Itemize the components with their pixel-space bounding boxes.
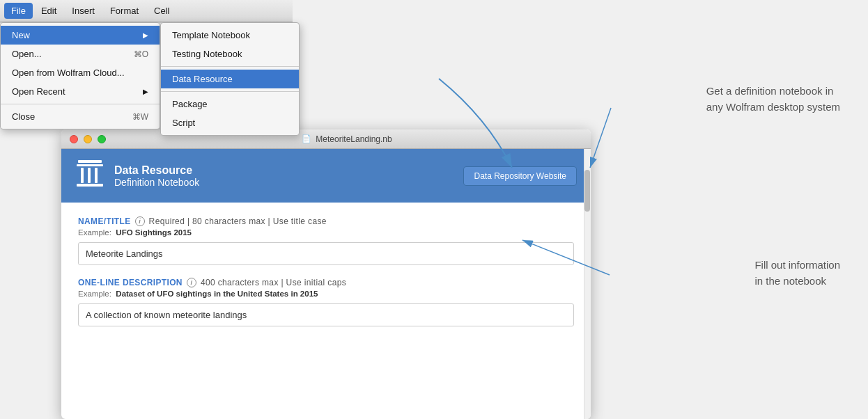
menubar: File Edit Insert Format Cell — [0, 0, 293, 22]
new-submenu: Template Notebook Testing Notebook Data … — [160, 22, 300, 136]
name-title-example-value: UFO Sightings 2015 — [116, 228, 192, 237]
close-button[interactable] — [70, 135, 78, 143]
scrollbar[interactable] — [584, 149, 591, 419]
description-info-icon[interactable]: i — [187, 278, 196, 287]
svg-rect-2 — [81, 168, 84, 183]
notebook-content: NAME/TITLE i Required | 80 characters ma… — [61, 203, 591, 353]
submenu-testing[interactable]: Testing Notebook — [161, 45, 299, 63]
name-title-meta: Required | 80 characters max | Use title… — [149, 216, 327, 226]
file-dropdown: New ▶ Open... ⌘O Open from Wolfram Cloud… — [0, 22, 160, 129]
notebook-window: 📄 MeteoriteLanding.nb Data Resource Defi… — [61, 129, 591, 419]
menu-cell[interactable]: Cell — [147, 3, 176, 19]
menu-insert[interactable]: Insert — [65, 3, 102, 19]
submenu-data-resource[interactable]: Data Resource — [161, 70, 299, 88]
annotation-top-right: Get a definition notebook inany Wolfram … — [706, 84, 840, 115]
submenu-template[interactable]: Template Notebook — [161, 26, 299, 45]
svg-rect-5 — [77, 184, 103, 187]
svg-rect-4 — [95, 168, 98, 183]
notebook-sub-title: Definition Notebook — [114, 177, 199, 188]
submenu-package[interactable]: Package — [161, 95, 299, 113]
dropdown-sep — [1, 104, 160, 104]
svg-rect-0 — [78, 160, 102, 163]
name-title-label: NAME/TITLE i Required | 80 characters ma… — [78, 216, 574, 226]
dropdown-open-recent[interactable]: Open Recent ▶ — [1, 82, 160, 101]
notebook-header: Data Resource Definition Notebook Data R… — [61, 149, 591, 203]
description-label: ONE-LINE DESCRIPTION i 400 characters ma… — [78, 278, 574, 287]
svg-line-9 — [590, 108, 611, 168]
dropdown-open-cloud[interactable]: Open from Wolfram Cloud... — [1, 63, 160, 82]
description-example-value: Dataset of UFO sightings in the United S… — [116, 290, 318, 298]
scrollbar-thumb[interactable] — [584, 170, 590, 212]
dropdown-close[interactable]: Close ⌘W — [1, 107, 160, 126]
notebook-header-title: Data Resource Definition Notebook — [114, 164, 199, 188]
notebook-file-icon: 📄 — [302, 134, 311, 143]
description-meta: 400 characters max | Use initial caps — [201, 278, 346, 287]
notebook-titlebar: 📄 MeteoriteLanding.nb — [61, 129, 591, 149]
wolfram-icon — [75, 159, 104, 193]
name-title-input[interactable] — [78, 242, 574, 265]
notebook-main-title: Data Resource — [114, 164, 199, 177]
submenu-sep — [161, 66, 299, 67]
minimize-button[interactable] — [84, 135, 92, 143]
new-submenu-arrow: ▶ — [143, 31, 148, 39]
name-title-example: Example: UFO Sightings 2015 — [78, 228, 574, 237]
notebook-header-left: Data Resource Definition Notebook — [75, 159, 199, 193]
svg-rect-3 — [88, 168, 91, 183]
notebook-filename: MeteoriteLanding.nb — [316, 134, 392, 144]
recent-submenu-arrow: ▶ — [143, 88, 148, 95]
maximize-button[interactable] — [98, 135, 106, 143]
menu-format[interactable]: Format — [103, 3, 146, 19]
description-section: ONE-LINE DESCRIPTION i 400 characters ma… — [78, 278, 574, 326]
name-title-info-icon[interactable]: i — [135, 216, 145, 226]
svg-rect-1 — [77, 164, 103, 166]
description-input[interactable] — [78, 303, 574, 326]
dropdown-new[interactable]: New ▶ — [1, 26, 160, 45]
menubar-container: File Edit Insert Format Cell New ▶ Open.… — [0, 0, 293, 23]
name-title-section: NAME/TITLE i Required | 80 characters ma… — [78, 216, 574, 265]
submenu-script[interactable]: Script — [161, 113, 299, 132]
data-repository-button[interactable]: Data Repository Website — [463, 166, 577, 186]
description-example: Example: Dataset of UFO sightings in the… — [78, 290, 574, 298]
annotation-bottom-right: Fill out informationin the notebook — [754, 258, 840, 289]
submenu-sep2 — [161, 91, 299, 92]
menu-file[interactable]: File — [4, 3, 33, 19]
dropdown-open[interactable]: Open... ⌘O — [1, 45, 160, 63]
menu-edit[interactable]: Edit — [34, 3, 63, 19]
